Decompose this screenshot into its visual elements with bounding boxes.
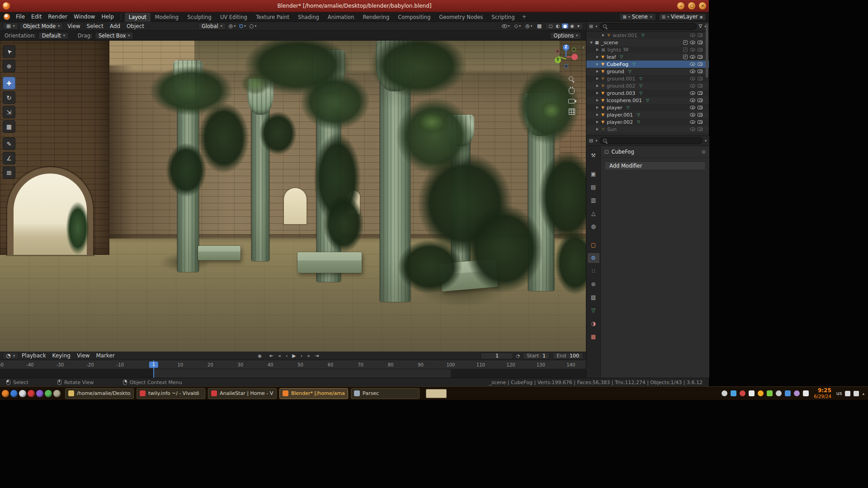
workspace-tab-modeling[interactable]: Modeling <box>151 13 183 22</box>
cursor-tool[interactable]: ⊕ <box>3 60 15 72</box>
menu-edit[interactable]: Edit <box>28 13 45 21</box>
timeline-editor-type-button[interactable]: ◔ ▾ <box>3 352 19 359</box>
playback-next-keyframe[interactable]: » <box>306 353 311 359</box>
disable-in-render-icon[interactable] <box>698 91 703 95</box>
start-frame-field[interactable]: Start 1 <box>523 352 550 359</box>
hide-in-viewport-icon[interactable] <box>690 77 695 80</box>
taskbar-window-blender[interactable]: Blender* [/home/amali... <box>279 388 348 399</box>
disable-in-render-icon[interactable] <box>698 41 703 44</box>
disable-in-render-icon[interactable] <box>698 99 703 102</box>
properties-tab-particles[interactable]: ∷ <box>588 266 599 276</box>
annotate-tool[interactable]: ✎ <box>3 137 15 150</box>
outliner-search-input[interactable] <box>609 23 693 29</box>
disable-in-render-icon[interactable] <box>698 33 703 37</box>
snap-toggle[interactable]: Ω ▾ <box>238 23 246 29</box>
tray-4[interactable] <box>749 390 755 396</box>
notifications-icon[interactable] <box>845 391 850 396</box>
disclosure-collapsed-icon[interactable] <box>596 99 599 102</box>
shading-wireframe-button[interactable]: ○ <box>547 23 554 28</box>
playback-previous-frame[interactable]: ‹ <box>284 353 289 359</box>
properties-tab-object-data[interactable]: ▽ <box>588 305 599 315</box>
hide-in-viewport-icon[interactable] <box>690 33 695 37</box>
disable-in-render-icon[interactable] <box>698 77 703 80</box>
properties-editor-icon[interactable]: ⊟ <box>589 138 593 144</box>
minimize-button[interactable]: – <box>677 2 684 9</box>
disclosure-collapsed-icon[interactable] <box>596 48 599 51</box>
properties-tab-render[interactable]: ▣ <box>588 169 599 179</box>
disclosure-collapsed-icon[interactable] <box>596 70 599 73</box>
scene-selector[interactable]: ▦ ▾ Scene ✕ <box>619 13 656 21</box>
launcher-6[interactable] <box>45 390 52 397</box>
outliner-item-water.001[interactable]: ▼water.001▽ <box>586 32 709 39</box>
outliner-item-player.001[interactable]: ▼player.001▽ <box>586 111 709 118</box>
shading-solid-button[interactable]: ◐ <box>555 23 561 28</box>
editor-type-button[interactable]: ⊞ ▾ <box>3 23 19 30</box>
disclosure-collapsed-icon[interactable] <box>596 92 599 94</box>
outliner-item-Sun[interactable]: ☀Sun <box>586 126 709 133</box>
properties-tab-view-layer[interactable]: ▥ <box>588 195 599 205</box>
camera-view-icon[interactable] <box>568 99 575 103</box>
disclosure-collapsed-icon[interactable] <box>596 77 599 80</box>
hide-in-viewport-icon[interactable] <box>690 127 695 131</box>
launcher-firefox[interactable] <box>2 390 9 397</box>
hide-in-viewport-icon[interactable] <box>690 70 695 73</box>
tray-9[interactable] <box>794 390 800 396</box>
disable-in-render-icon[interactable] <box>698 70 703 73</box>
orthographic-grid-icon[interactable] <box>569 108 575 115</box>
tray-3[interactable] <box>740 390 745 396</box>
move-tool[interactable]: ✚ <box>3 77 15 89</box>
disable-in-render-icon[interactable] <box>698 113 703 117</box>
workspace-tab-layout[interactable]: Layout <box>125 13 151 22</box>
disclosure-collapsed-icon[interactable] <box>596 106 599 109</box>
outliner-item-ground[interactable]: ▼ground▽ <box>586 68 709 75</box>
properties-tab-tool[interactable]: ⚒ <box>588 150 599 160</box>
tray-2[interactable] <box>731 390 736 396</box>
axis-x-negative[interactable] <box>556 49 560 53</box>
launcher-5[interactable] <box>36 390 43 397</box>
hide-in-viewport-icon[interactable] <box>690 99 695 102</box>
transform-orientation-selector[interactable]: Global ▾ <box>198 23 226 30</box>
playback-previous-keyframe[interactable]: « <box>277 353 283 359</box>
workspace-tab-shading[interactable]: Shading <box>294 13 323 22</box>
disable-in-render-icon[interactable] <box>698 106 703 109</box>
playback-jump-to-end[interactable]: ⇥ <box>313 353 320 359</box>
checkbox-icon[interactable]: ✓ <box>683 40 688 45</box>
workspace-tab-rendering[interactable]: Rendering <box>359 13 393 22</box>
pivot-point-selector[interactable]: ◎ ▾ <box>228 23 237 29</box>
collapse-panel-icon[interactable]: ‹ <box>582 44 585 51</box>
rotate-tool[interactable]: ↻ <box>3 91 15 104</box>
drag-dropdown[interactable]: Select Box ▾ <box>95 32 134 39</box>
proportional-editing-toggle[interactable]: ○ ▾ <box>249 23 258 29</box>
select-box-tool[interactable]: ➤ <box>3 45 15 58</box>
tray-6[interactable] <box>767 390 773 396</box>
shading-material-preview-button[interactable]: ● <box>562 23 569 28</box>
menu-render[interactable]: Render <box>45 13 71 21</box>
properties-tab-physics[interactable]: ⊚ <box>588 279 599 289</box>
outliner-search[interactable] <box>599 23 696 30</box>
properties-search-input[interactable] <box>609 138 699 144</box>
outliner-item-Icosphere.001[interactable]: ▼Icosphere.001▽ <box>586 97 709 104</box>
outliner-editor-icon[interactable]: ⊞ <box>589 23 593 29</box>
properties-tab-object[interactable]: ▢ <box>588 240 599 250</box>
shading-dropdown[interactable]: ▾ <box>576 23 581 28</box>
current-frame-field[interactable]: 1 <box>481 352 513 359</box>
volume-icon[interactable] <box>854 391 859 396</box>
disclosure-collapsed-icon[interactable] <box>602 34 604 37</box>
tray-1[interactable] <box>722 390 727 396</box>
blender-menu-icon[interactable] <box>4 14 10 20</box>
playback-jump-to-start[interactable]: ⇤ <box>268 353 275 359</box>
tray-8[interactable] <box>785 390 791 396</box>
use-preview-range-icon[interactable]: ◔ <box>516 353 520 358</box>
disable-in-render-icon[interactable] <box>698 48 703 52</box>
outliner-item-ground.003[interactable]: ▼ground.003▽ <box>586 89 709 97</box>
outliner-item-_scene[interactable]: ▦_scene✓ <box>586 39 709 46</box>
hide-in-viewport-icon[interactable] <box>690 91 695 95</box>
disclosure-collapsed-icon[interactable] <box>596 121 599 123</box>
viewlayer-selector[interactable]: ▥ ▾ ViewLayer ▣ <box>659 13 706 21</box>
disable-in-render-icon[interactable] <box>698 120 703 124</box>
properties-tab-texture[interactable]: ▩ <box>588 332 599 342</box>
measure-tool[interactable]: ∠ <box>3 152 15 164</box>
hide-in-viewport-icon[interactable] <box>690 106 695 109</box>
disclosure-collapsed-icon[interactable] <box>596 84 599 87</box>
orientation-dropdown[interactable]: Default ▾ <box>38 32 69 39</box>
